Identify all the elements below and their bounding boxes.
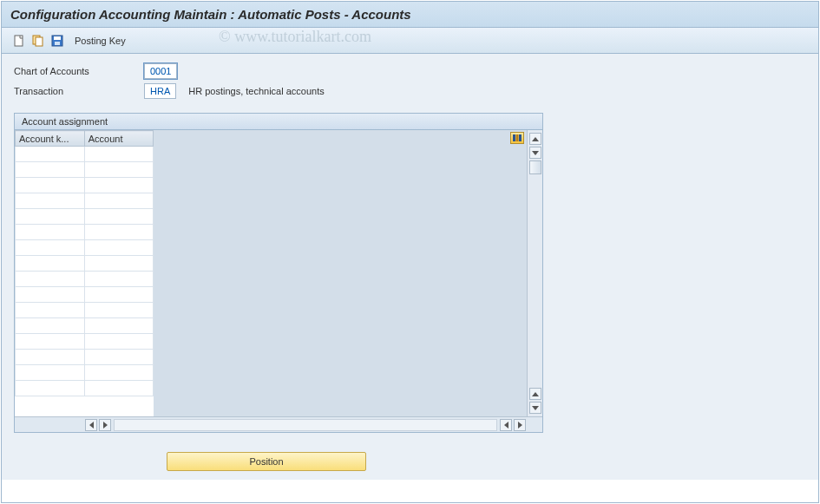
- cell-account-key[interactable]: [16, 178, 85, 193]
- table-row[interactable]: [16, 350, 154, 365]
- svg-rect-6: [513, 134, 515, 141]
- scroll-left-icon[interactable]: [85, 419, 97, 431]
- copy-icon[interactable]: [30, 32, 47, 49]
- scroll-down-icon[interactable]: [529, 147, 541, 159]
- new-document-icon[interactable]: [10, 32, 28, 49]
- footer-row: Position: [2, 445, 818, 480]
- app-window: Configuration Accounting Maintain : Auto…: [1, 1, 819, 503]
- scroll-up-icon[interactable]: [529, 133, 541, 145]
- cell-account[interactable]: [84, 272, 153, 287]
- cell-account-key[interactable]: [16, 318, 85, 334]
- toolbar: Posting Key: [2, 28, 818, 54]
- table-row[interactable]: [16, 256, 154, 272]
- svg-rect-4: [54, 36, 61, 40]
- transaction-row: Transaction HRA HR postings, technical a…: [14, 82, 806, 100]
- cell-account-key[interactable]: [16, 334, 85, 350]
- table-row[interactable]: [16, 240, 154, 256]
- panel-body: Account k... Account: [15, 130, 542, 416]
- scroll-thumb[interactable]: [529, 160, 541, 174]
- table-row[interactable]: [16, 193, 154, 209]
- column-header-account[interactable]: Account: [84, 131, 153, 147]
- chart-of-accounts-label: Chart of Accounts: [14, 66, 144, 76]
- hscroll-track[interactable]: [114, 419, 497, 431]
- cell-account[interactable]: [84, 193, 153, 209]
- cell-account[interactable]: [84, 365, 153, 381]
- cell-account[interactable]: [84, 350, 153, 365]
- cell-account-key[interactable]: [16, 272, 85, 287]
- table-row[interactable]: [16, 272, 154, 287]
- cell-account[interactable]: [84, 147, 153, 162]
- scroll-left-end-icon[interactable]: [500, 419, 512, 431]
- transaction-label: Transaction: [14, 86, 144, 96]
- cell-account[interactable]: [84, 287, 153, 303]
- column-header-account-key[interactable]: Account k...: [16, 131, 85, 147]
- cell-account-key[interactable]: [16, 225, 85, 240]
- horizontal-scrollbar[interactable]: [15, 416, 542, 432]
- cell-account-key[interactable]: [16, 162, 85, 178]
- chart-of-accounts-row: Chart of Accounts 0001: [14, 62, 806, 80]
- cell-account-key[interactable]: [16, 256, 85, 272]
- content-main: Account assignment Account k... Account: [2, 108, 818, 445]
- save-icon[interactable]: [49, 32, 66, 49]
- cell-account[interactable]: [84, 303, 153, 318]
- svg-rect-0: [15, 36, 23, 46]
- svg-rect-7: [516, 134, 519, 141]
- cell-account-key[interactable]: [16, 365, 85, 381]
- cell-account[interactable]: [84, 240, 153, 256]
- grid-table-wrap: Account k... Account: [15, 130, 154, 416]
- scroll-up-bottom-icon[interactable]: [529, 388, 541, 400]
- table-row[interactable]: [16, 147, 154, 162]
- cell-account-key[interactable]: [16, 240, 85, 256]
- cell-account[interactable]: [84, 162, 153, 178]
- cell-account-key[interactable]: [16, 350, 85, 365]
- table-row[interactable]: [16, 287, 154, 303]
- table-row[interactable]: [16, 225, 154, 240]
- scroll-right-end-icon[interactable]: [514, 419, 526, 431]
- table-row[interactable]: [16, 334, 154, 350]
- cell-account[interactable]: [84, 209, 153, 225]
- table-row[interactable]: [16, 178, 154, 193]
- cell-account-key[interactable]: [16, 193, 85, 209]
- cell-account-key[interactable]: [16, 147, 85, 162]
- cell-account[interactable]: [84, 381, 153, 396]
- form-area: Chart of Accounts 0001 Transaction HRA H…: [2, 54, 818, 108]
- svg-rect-5: [55, 42, 60, 45]
- scroll-right-icon[interactable]: [99, 419, 111, 431]
- table-row[interactable]: [16, 303, 154, 318]
- transaction-description: HR postings, technical accounts: [188, 86, 325, 96]
- cell-account-key[interactable]: [16, 287, 85, 303]
- grid-empty-area: [154, 130, 527, 416]
- table-row[interactable]: [16, 318, 154, 334]
- cell-account-key[interactable]: [16, 209, 85, 225]
- cell-account-key[interactable]: [16, 381, 85, 396]
- cell-account[interactable]: [84, 334, 153, 350]
- chart-of-accounts-field[interactable]: 0001: [144, 63, 177, 79]
- table-row[interactable]: [16, 162, 154, 178]
- account-grid[interactable]: Account k... Account: [15, 130, 154, 396]
- cell-account-key[interactable]: [16, 303, 85, 318]
- svg-rect-2: [36, 37, 43, 46]
- svg-rect-8: [519, 134, 522, 141]
- table-row[interactable]: [16, 381, 154, 396]
- scroll-down-bottom-icon[interactable]: [529, 402, 541, 414]
- transaction-field[interactable]: HRA: [144, 83, 176, 99]
- cell-account[interactable]: [84, 318, 153, 334]
- cell-account[interactable]: [84, 256, 153, 272]
- position-button[interactable]: Position: [167, 452, 366, 471]
- window-title: Configuration Accounting Maintain : Auto…: [2, 2, 818, 28]
- account-assignment-panel: Account assignment Account k... Account: [14, 113, 543, 433]
- cell-account[interactable]: [84, 225, 153, 240]
- panel-title: Account assignment: [15, 114, 542, 130]
- vertical-scrollbar[interactable]: [527, 130, 542, 416]
- table-row[interactable]: [16, 365, 154, 381]
- table-settings-icon[interactable]: [510, 132, 524, 144]
- table-row[interactable]: [16, 209, 154, 225]
- cell-account[interactable]: [84, 178, 153, 193]
- posting-key-button[interactable]: Posting Key: [75, 36, 126, 46]
